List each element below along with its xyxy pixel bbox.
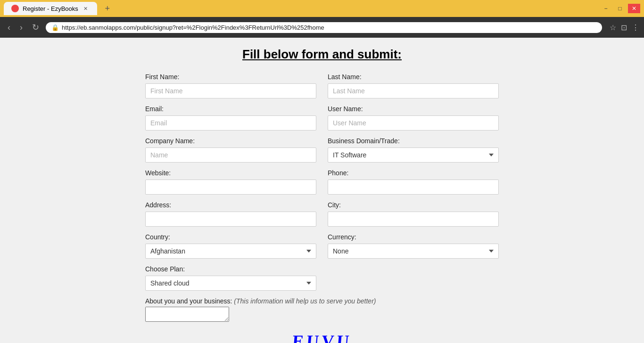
website-label: Website:	[145, 169, 316, 177]
browser-navbar: ‹ › ↻ 🔒 https://eb.sanmolapps.com/public…	[0, 17, 644, 38]
business-domain-select[interactable]: IT Software	[328, 147, 499, 163]
address-bar[interactable]: 🔒 https://eb.sanmolapps.com/public/signu…	[46, 22, 602, 33]
company-domain-row: Company Name: Business Domain/Trade: IT …	[145, 137, 499, 163]
plan-group: Choose Plan: Shared cloud	[145, 265, 316, 291]
phone-group: Phone:	[328, 169, 499, 195]
plan-spacer	[328, 265, 499, 291]
captcha-text: EUVU	[291, 331, 353, 343]
url-text: https://eb.sanmolapps.com/public/signup?…	[62, 24, 596, 31]
registration-form-container: Fill below form and submit: First Name: …	[145, 47, 499, 343]
company-group: Company Name:	[145, 137, 316, 163]
address-city-row: Address: City:	[145, 201, 499, 227]
first-name-label: First Name:	[145, 73, 316, 81]
browser-titlebar: Register - EzyBooks ✕ + − □ ✕	[0, 0, 644, 17]
minimize-button[interactable]: −	[600, 4, 612, 13]
plan-select[interactable]: Shared cloud	[145, 276, 316, 291]
tab-close-button[interactable]: ✕	[82, 5, 90, 12]
forward-button[interactable]: ›	[17, 21, 25, 34]
about-section: About you and your business: (This infor…	[145, 297, 499, 324]
bookmark-icon[interactable]: ☆	[610, 23, 616, 32]
lock-icon: 🔒	[51, 24, 59, 31]
email-label: Email:	[145, 105, 316, 113]
form-title: Fill below form and submit:	[145, 47, 499, 62]
last-name-group: Last Name:	[328, 73, 499, 98]
city-input[interactable]	[328, 212, 499, 227]
country-select[interactable]: Afghanistan	[145, 244, 316, 259]
business-domain-label: Business Domain/Trade:	[328, 137, 499, 145]
window-controls: − □ ✕	[600, 4, 640, 13]
city-label: City:	[328, 201, 499, 209]
plan-label: Choose Plan:	[145, 265, 316, 273]
first-name-input[interactable]	[145, 83, 316, 98]
close-button[interactable]: ✕	[628, 4, 640, 13]
country-group: Country: Afghanistan	[145, 233, 316, 259]
address-input[interactable]	[145, 212, 316, 227]
email-input[interactable]	[145, 115, 316, 131]
plan-row: Choose Plan: Shared cloud	[145, 265, 499, 291]
country-currency-row: Country: Afghanistan Currency: None	[145, 233, 499, 259]
website-phone-row: Website: Phone:	[145, 169, 499, 195]
company-label: Company Name:	[145, 137, 316, 145]
website-group: Website:	[145, 169, 316, 195]
about-label: About you and your business: (This infor…	[145, 297, 499, 305]
business-domain-group: Business Domain/Trade: IT Software	[328, 137, 499, 163]
menu-icon[interactable]: ⋮	[632, 23, 639, 32]
username-label: User Name:	[328, 105, 499, 113]
email-username-row: Email: User Name:	[145, 105, 499, 131]
back-button[interactable]: ‹	[5, 21, 13, 34]
phone-input[interactable]	[328, 180, 499, 195]
address-group: Address:	[145, 201, 316, 227]
about-textarea[interactable]	[145, 307, 229, 322]
new-tab-button[interactable]: +	[101, 2, 114, 15]
last-name-input[interactable]	[328, 83, 499, 98]
currency-select[interactable]: None	[328, 244, 499, 259]
email-group: Email:	[145, 105, 316, 131]
currency-label: Currency:	[328, 233, 499, 241]
nav-right-icons: ☆ ⊡ ⋮	[610, 23, 639, 32]
captcha-area: EUVU	[145, 331, 499, 343]
city-group: City:	[328, 201, 499, 227]
address-label: Address:	[145, 201, 316, 209]
page-content: Fill below form and submit: First Name: …	[0, 38, 644, 343]
website-input[interactable]	[145, 180, 316, 195]
last-name-label: Last Name:	[328, 73, 499, 81]
first-name-group: First Name:	[145, 73, 316, 98]
currency-group: Currency: None	[328, 233, 499, 259]
browser-tab[interactable]: Register - EzyBooks ✕	[4, 2, 97, 15]
country-label: Country:	[145, 233, 316, 241]
username-group: User Name:	[328, 105, 499, 131]
refresh-button[interactable]: ↻	[29, 20, 42, 34]
tab-title: Register - EzyBooks	[23, 5, 78, 12]
phone-label: Phone:	[328, 169, 499, 177]
profile-icon[interactable]: ⊡	[621, 23, 627, 32]
username-input[interactable]	[328, 115, 499, 131]
maximize-button[interactable]: □	[614, 4, 626, 13]
name-row: First Name: Last Name:	[145, 73, 499, 98]
tab-favicon	[11, 5, 19, 12]
company-input[interactable]	[145, 147, 316, 163]
